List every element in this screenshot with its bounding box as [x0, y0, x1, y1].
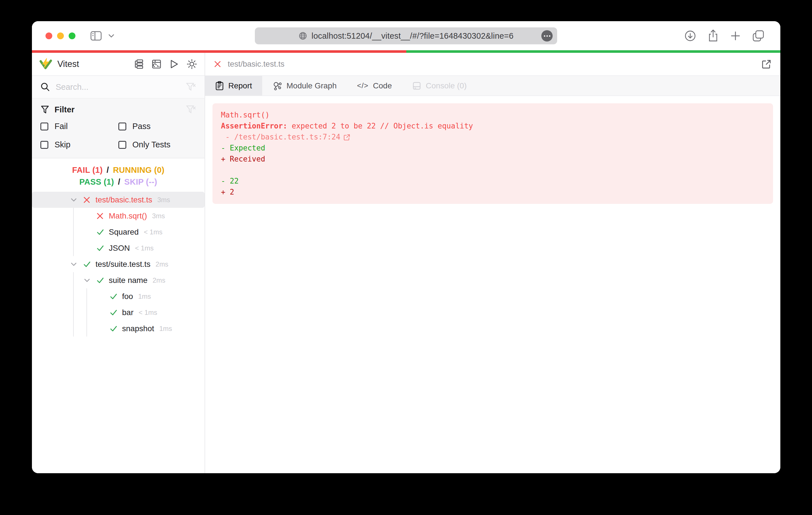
- run-all-icon[interactable]: [169, 59, 179, 69]
- test-progress-bar: [32, 50, 780, 53]
- open-in-editor-icon[interactable]: [761, 59, 772, 69]
- tree-row-snapshot[interactable]: snapshot1ms: [32, 321, 205, 337]
- address-bar[interactable]: localhost:51204/__vitest__/#/?file=16484…: [255, 27, 557, 44]
- tree-row-squared[interactable]: Squared< 1ms: [32, 224, 205, 240]
- filter-option-only-tests[interactable]: Only Tests: [118, 140, 196, 149]
- vitest-logo-icon: [39, 58, 52, 70]
- zoom-window-button[interactable]: [69, 32, 76, 39]
- open-in-editor-icon[interactable]: [343, 133, 351, 141]
- error-text: - /test/basic.test.ts:7:24: [221, 131, 341, 143]
- test-duration: 1ms: [160, 325, 172, 333]
- test-duration: 3ms: [157, 196, 170, 204]
- chevron-down-icon[interactable]: [108, 34, 114, 38]
- error-text: AssertionError:: [221, 121, 287, 131]
- search-input[interactable]: [56, 83, 180, 92]
- dashboard-icon[interactable]: [151, 59, 162, 69]
- test-name: test/suite.test.ts: [95, 260, 151, 269]
- test-duration: 1ms: [138, 293, 151, 300]
- checkbox-label: Only Tests: [133, 140, 171, 149]
- error-text: - 22: [221, 176, 239, 187]
- clipboard-icon: [215, 81, 224, 91]
- tree-row-test-suite-test-ts[interactable]: test/suite.test.ts2ms: [32, 256, 205, 272]
- test-name: suite name: [109, 276, 147, 285]
- checkbox[interactable]: [40, 141, 48, 149]
- tree-row-bar[interactable]: bar< 1ms: [32, 304, 205, 321]
- graph-icon: [272, 81, 282, 91]
- console-icon: [412, 81, 421, 90]
- filter-option-skip[interactable]: Skip: [40, 140, 118, 149]
- minimize-window-button[interactable]: [57, 32, 64, 39]
- error-line: [221, 164, 764, 176]
- tab-code[interactable]: </>Code: [347, 76, 402, 95]
- pass-status-icon: [110, 309, 122, 316]
- tree-row-suite-name[interactable]: suite name2ms: [32, 272, 205, 288]
- status-part: /: [118, 177, 120, 186]
- tree-indent-guide: [73, 208, 74, 224]
- test-duration: < 1ms: [135, 244, 154, 252]
- download-icon[interactable]: [684, 30, 696, 42]
- test-name: bar: [122, 308, 133, 317]
- tab-label: Console (0): [426, 81, 467, 90]
- test-tree: test/basic.test.ts3msMath.sqrt()3msSquar…: [32, 190, 205, 473]
- chevron-down-icon[interactable]: [84, 278, 96, 283]
- progress-fail-segment: [32, 50, 406, 53]
- tree-indent-guide: [86, 321, 87, 337]
- more-dots-icon[interactable]: [541, 30, 553, 41]
- status-part: /: [107, 165, 109, 175]
- tree-indent-guide: [86, 304, 87, 321]
- tree-indent-guide: [73, 224, 74, 240]
- error-line: - /test/basic.test.ts:7:24: [221, 131, 764, 143]
- checkbox-label: Pass: [133, 122, 151, 131]
- tab-report[interactable]: Report: [205, 76, 262, 95]
- open-file-name: test/basic.test.ts: [228, 60, 285, 69]
- tree-row-test-basic-test-ts[interactable]: test/basic.test.ts3ms: [32, 192, 205, 208]
- sidebar-toggle-icon[interactable]: [90, 31, 102, 41]
- error-text: + Received: [221, 154, 265, 164]
- pass-status-icon: [83, 260, 95, 268]
- globe-icon: [298, 31, 308, 40]
- close-window-button[interactable]: [46, 32, 52, 39]
- pass-status-icon: [110, 293, 122, 300]
- tree-indent-guide: [73, 321, 74, 337]
- theme-toggle-icon[interactable]: [186, 59, 197, 69]
- filter-panel: Filter FailPassSkipOnly Tests: [32, 98, 205, 158]
- filter-option-pass[interactable]: Pass: [118, 122, 196, 131]
- status-part: SKIP (--): [124, 177, 157, 186]
- error-text: + 2: [221, 187, 234, 198]
- funnel-icon: [40, 105, 50, 114]
- tab-overview-icon[interactable]: [752, 30, 764, 42]
- test-name: JSON: [109, 244, 130, 253]
- run-summary: FAIL (1)/RUNNING (0)PASS (1)/SKIP (--): [32, 158, 205, 190]
- checkbox-label: Skip: [55, 140, 70, 149]
- test-duration: 3ms: [152, 212, 165, 220]
- tree-row-json[interactable]: JSON< 1ms: [32, 240, 205, 256]
- clear-search-filter-icon[interactable]: [186, 82, 196, 92]
- checkbox[interactable]: [118, 123, 126, 130]
- test-name: Squared: [109, 228, 139, 237]
- fail-status-icon: [96, 212, 109, 220]
- new-tab-icon[interactable]: [730, 30, 741, 41]
- tree-row-math-sqrt-[interactable]: Math.sqrt()3ms: [32, 208, 205, 224]
- tab-console-0-[interactable]: Console (0): [402, 76, 477, 95]
- checkbox[interactable]: [40, 123, 48, 130]
- filter-option-fail[interactable]: Fail: [40, 122, 118, 131]
- report-content: Math.sqrt()AssertionError: expected 2 to…: [205, 96, 780, 473]
- tree-row-foo[interactable]: foo1ms: [32, 288, 205, 304]
- chevron-down-icon[interactable]: [70, 198, 83, 202]
- search-icon: [40, 82, 50, 92]
- checkbox[interactable]: [118, 141, 126, 149]
- tree-view-icon[interactable]: [134, 59, 144, 69]
- test-duration: < 1ms: [144, 228, 163, 236]
- browser-window: localhost:51204/__vitest__/#/?file=16484…: [32, 21, 780, 473]
- tab-module-graph[interactable]: Module Graph: [262, 76, 347, 95]
- test-name: snapshot: [122, 324, 154, 333]
- error-text: Math.sqrt(): [221, 110, 269, 121]
- chevron-down-icon[interactable]: [70, 262, 83, 267]
- tab-label: Code: [373, 81, 392, 90]
- test-duration: 2ms: [156, 260, 168, 268]
- error-line: AssertionError: expected 2 to be 22 // O…: [221, 121, 764, 131]
- share-icon[interactable]: [707, 29, 719, 42]
- error-line: + Received: [221, 154, 764, 164]
- clear-filter-icon[interactable]: [186, 105, 196, 114]
- filter-title: Filter: [55, 105, 75, 114]
